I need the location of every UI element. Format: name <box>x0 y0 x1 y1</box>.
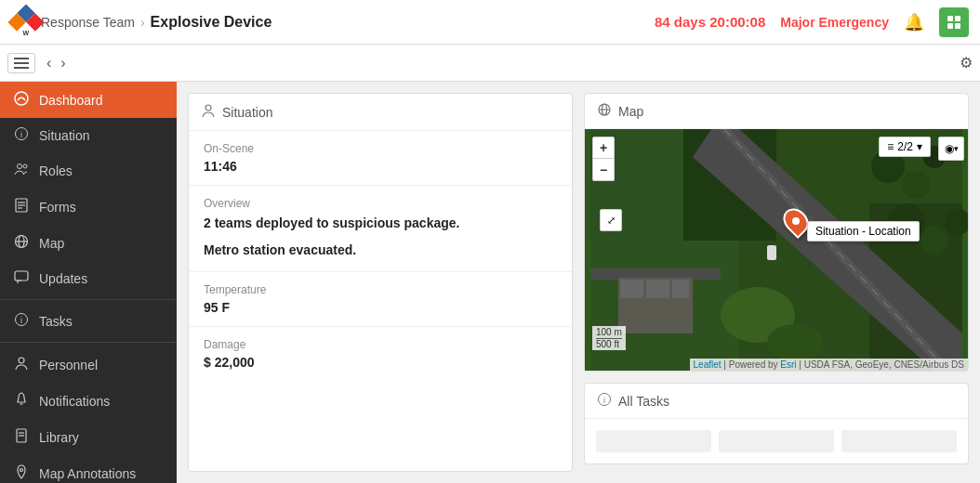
header: W Response Team › Explosive Device 84 da… <box>0 0 980 45</box>
all-tasks-icon: i <box>598 393 611 409</box>
sidebar-label-situation: Situation <box>39 128 89 143</box>
situation-icon: i <box>13 127 30 143</box>
svg-point-25 <box>205 105 211 111</box>
map-expand-button[interactable]: ⤢ <box>600 209 622 231</box>
nav-arrows: ‹ › <box>43 53 70 73</box>
sidebar-item-library[interactable]: Library <box>0 419 177 455</box>
globe-chevron: ▾ <box>954 144 959 153</box>
emergency-badge: Major Emergency <box>780 15 889 30</box>
svg-point-19 <box>19 358 24 363</box>
zoom-out-button[interactable]: − <box>592 159 615 181</box>
overview-line1: 2 teams deployed to suspicious package. <box>204 214 557 233</box>
layer-chevron: ▾ <box>917 140 922 153</box>
map-card: Map <box>584 93 969 372</box>
sidebar-label-library: Library <box>39 430 79 445</box>
sidebar-label-roles: Roles <box>39 163 73 178</box>
scale-500ft: 500 ft <box>596 339 622 349</box>
esri-link[interactable]: Esri <box>780 359 796 370</box>
sidebar-item-tasks[interactable]: i Tasks <box>0 304 177 338</box>
sidebar-label-map: Map <box>39 236 64 251</box>
svg-rect-1 <box>955 16 960 21</box>
task-placeholder-2 <box>719 430 834 452</box>
damage-section: Damage $ 22,000 <box>189 327 572 381</box>
svg-rect-3 <box>955 23 960 29</box>
svg-point-7 <box>18 164 22 169</box>
map-nav-icon <box>13 234 30 252</box>
damage-label: Damage <box>204 338 557 351</box>
dashboard-icon <box>13 91 30 109</box>
sidebar-item-forms[interactable]: Forms <box>0 189 177 225</box>
sidebar-label-map-annotations: Map Annotations <box>39 466 136 481</box>
breadcrumb-chevron: › <box>140 15 145 30</box>
situation-card-icon <box>202 103 215 121</box>
svg-rect-51 <box>767 245 776 260</box>
layer-count: 2/2 <box>897 140 913 153</box>
sidebar-divider-2 <box>0 342 177 343</box>
back-button[interactable]: ‹ <box>43 53 55 73</box>
sidebar-item-roles[interactable]: Roles <box>0 152 177 189</box>
all-tasks-card: i All Tasks <box>584 383 969 464</box>
sidebar-divider-1 <box>0 299 177 300</box>
library-icon <box>13 428 30 446</box>
roles-icon <box>13 162 30 179</box>
countdown-timer: 84 days 20:00:08 <box>655 14 765 30</box>
svg-point-47 <box>920 226 949 255</box>
toolbar: ‹ › ⚙ <box>0 45 980 82</box>
temperature-value: 95 F <box>204 300 557 315</box>
svg-point-4 <box>15 92 28 105</box>
sidebar-item-personnel[interactable]: Personnel <box>0 346 177 383</box>
on-scene-label: On-Scene <box>204 142 557 155</box>
sidebar-item-map-annotations[interactable]: Map Annotations <box>0 455 177 483</box>
grid-menu-button[interactable] <box>939 7 969 37</box>
task-placeholder-3 <box>841 430 957 452</box>
forward-button[interactable]: › <box>57 53 69 73</box>
map-container: + − ⤢ ≡ 2/2 ▾ ◉ ▾ <box>585 129 968 371</box>
svg-point-44 <box>902 171 930 199</box>
layer-icon: ≡ <box>887 140 894 153</box>
team-name[interactable]: Response Team <box>41 15 135 30</box>
sidebar-item-notifications[interactable]: Notifications <box>0 383 177 419</box>
tasks-icon: i <box>13 313 30 329</box>
svg-point-50 <box>767 324 823 361</box>
updates-icon <box>13 270 30 286</box>
sidebar-item-situation[interactable]: i Situation <box>0 118 177 152</box>
svg-rect-16 <box>15 271 28 281</box>
bell-icon[interactable]: 🔔 <box>904 12 924 33</box>
temperature-section: Temperature 95 F <box>189 272 572 327</box>
leaflet-link[interactable]: Leaflet <box>694 359 722 370</box>
sidebar-item-map[interactable]: Map <box>0 225 177 261</box>
svg-rect-2 <box>947 23 953 29</box>
svg-rect-40 <box>620 280 643 298</box>
sidebar-label-updates: Updates <box>39 271 87 286</box>
breadcrumb: Response Team › Explosive Device <box>41 14 271 31</box>
hamburger-button[interactable] <box>7 53 35 73</box>
temperature-label: Temperature <box>204 283 557 296</box>
attribution-rest: | USDA FSA, GeoEye, CNES/Airbus DS <box>799 359 964 370</box>
zoom-in-button[interactable]: + <box>592 137 615 159</box>
situation-card-header: Situation <box>189 94 572 131</box>
sidebar-label-dashboard: Dashboard <box>39 93 103 108</box>
map-layer-button[interactable]: ≡ 2/2 ▾ <box>879 137 931 157</box>
overview-line2: Metro station evacuated. <box>204 241 557 260</box>
on-scene-value: 11:46 <box>204 159 557 174</box>
layout: Dashboard i Situation Roles <box>0 82 980 483</box>
sidebar-label-notifications: Notifications <box>39 394 110 409</box>
svg-rect-42 <box>672 280 689 298</box>
sidebar-label-forms: Forms <box>39 200 76 215</box>
sidebar-item-updates[interactable]: Updates <box>0 261 177 295</box>
map-scale: 100 m 500 ft <box>592 326 626 350</box>
task-placeholder-1 <box>596 430 711 452</box>
svg-point-24 <box>20 469 23 472</box>
svg-rect-0 <box>947 16 953 21</box>
pin-inner <box>792 217 800 225</box>
right-column: Map <box>584 93 969 472</box>
sidebar-item-dashboard[interactable]: Dashboard <box>0 82 177 118</box>
situation-card-title: Situation <box>222 105 272 120</box>
settings-icon[interactable]: ⚙ <box>960 54 973 72</box>
map-pin-tooltip: Situation - Location <box>807 221 920 242</box>
all-tasks-card-header: i All Tasks <box>585 384 968 419</box>
forms-icon <box>13 198 30 215</box>
map-globe-button[interactable]: ◉ ▾ <box>938 137 964 161</box>
map-location-pin <box>785 207 807 235</box>
svg-text:i: i <box>20 130 22 139</box>
